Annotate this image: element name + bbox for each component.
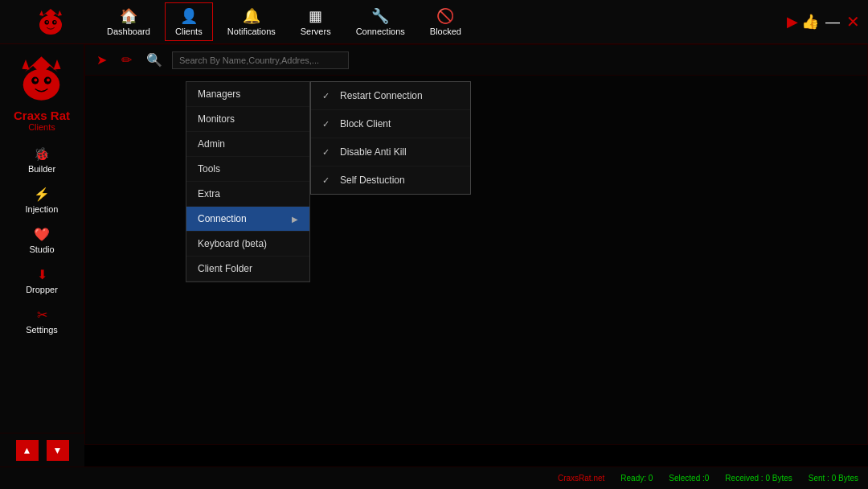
clients-icon: 👤 xyxy=(180,7,198,25)
sidebar: Craxs Rat Clients 🐞 Builder ⚡ Injection … xyxy=(0,44,84,489)
svg-point-12 xyxy=(35,79,38,82)
nav-blocked[interactable]: 🚫 Blocked xyxy=(420,2,472,41)
app-subtitle: Clients xyxy=(28,122,55,132)
menu-item-monitors[interactable]: Monitors xyxy=(186,107,309,132)
submenu-restart-connection[interactable]: ✓ Restart Connection xyxy=(311,82,470,110)
like-icon[interactable]: 👍 xyxy=(801,13,819,31)
ready-status: Ready: 0 xyxy=(620,474,653,483)
window-controls: ▶ 👍 — ✕ xyxy=(787,12,860,31)
nav-connections[interactable]: 🔧 Connections xyxy=(346,2,416,41)
sent-status: Sent : 0 Bytes xyxy=(809,474,858,483)
youtube-icon[interactable]: ▶ xyxy=(787,13,798,31)
sidebar-item-dropper[interactable]: ⬇ Dropper xyxy=(0,261,84,301)
sidebar-devil-icon xyxy=(15,52,68,105)
navbar: 🏠 Dashboard 👤 Clients 🔔 Notifications ▦ … xyxy=(0,0,868,44)
content-toolbar: ➤ ✏ 🔍 xyxy=(85,45,867,76)
nav-servers[interactable]: ▦ Servers xyxy=(290,2,342,41)
edit-button[interactable]: ✏ xyxy=(117,49,137,71)
dashboard-icon: 🏠 xyxy=(120,7,137,25)
svg-marker-7 xyxy=(57,10,61,16)
svg-marker-6 xyxy=(39,10,43,16)
send-button[interactable]: ➤ xyxy=(92,49,112,71)
settings-icon: ✂ xyxy=(37,307,47,323)
sidebar-item-builder[interactable]: 🐞 Builder xyxy=(0,140,84,180)
builder-icon: 🐞 xyxy=(34,146,50,162)
menu-item-extra[interactable]: Extra xyxy=(186,182,309,207)
context-menu: Managers Monitors Admin Tools Extra Conn… xyxy=(186,81,310,282)
main-content: ➤ ✏ 🔍 Managers Monitors Admin Tools Extr… xyxy=(84,44,868,445)
sub-context-menu: ✓ Restart Connection ✓ Block Client ✓ Di… xyxy=(310,81,471,195)
dropper-icon: ⬇ xyxy=(37,267,47,282)
status-bar: CraxsRat.net Ready: 0 Selected :0 Receiv… xyxy=(0,466,868,489)
sidebar-item-injection[interactable]: ⚡ Injection xyxy=(0,180,84,220)
servers-icon: ▦ xyxy=(309,7,322,25)
received-status: Received : 0 Bytes xyxy=(725,474,792,483)
check-icon-selfdestruct: ✓ xyxy=(322,175,334,186)
sidebar-item-settings[interactable]: ✂ Settings xyxy=(0,301,84,341)
svg-marker-9 xyxy=(25,56,59,74)
blocked-icon: 🚫 xyxy=(436,7,454,25)
selected-status: Selected :0 xyxy=(669,474,709,483)
check-icon-antikill: ✓ xyxy=(322,147,334,158)
search-button[interactable]: 🔍 xyxy=(141,49,167,71)
svg-point-4 xyxy=(46,21,47,23)
notifications-icon: 🔔 xyxy=(243,7,260,25)
svg-point-5 xyxy=(54,21,55,23)
scroll-down-button[interactable]: ▼ xyxy=(47,440,69,461)
brand-label: CraxsRat.net xyxy=(558,474,604,483)
connections-icon: 🔧 xyxy=(371,7,389,25)
app-title: Craxs Rat xyxy=(14,109,70,122)
close-icon[interactable]: ✕ xyxy=(846,12,860,31)
sidebar-logo: Craxs Rat Clients xyxy=(14,52,70,132)
menu-item-connection[interactable]: Connection ▶ xyxy=(186,207,309,232)
menu-item-tools[interactable]: Tools xyxy=(186,157,309,182)
nav-dashboard[interactable]: 🏠 Dashboard xyxy=(96,2,161,41)
check-icon-restart: ✓ xyxy=(322,91,334,101)
injection-icon: ⚡ xyxy=(34,187,50,202)
svg-point-13 xyxy=(47,79,50,82)
menu-item-managers[interactable]: Managers xyxy=(186,82,309,107)
scroll-up-button[interactable]: ▲ xyxy=(16,440,39,461)
check-icon-block: ✓ xyxy=(322,119,334,129)
sidebar-item-studio[interactable]: ❤️ Studio xyxy=(0,220,84,261)
search-input[interactable] xyxy=(172,51,349,69)
submenu-self-destruction[interactable]: ✓ Self Destuction xyxy=(311,166,470,194)
nav-clients[interactable]: 👤 Clients xyxy=(165,2,213,41)
studio-icon: ❤️ xyxy=(34,227,50,242)
svg-marker-15 xyxy=(54,60,61,69)
nav-notifications[interactable]: 🔔 Notifications xyxy=(217,2,286,41)
svg-marker-14 xyxy=(23,60,30,69)
chevron-right-icon: ▶ xyxy=(292,215,298,224)
menu-item-client-folder[interactable]: Client Folder xyxy=(186,257,309,281)
svg-marker-1 xyxy=(41,9,60,18)
submenu-disable-anti-kill[interactable]: ✓ Disable Anti Kill xyxy=(311,138,470,166)
menu-item-admin[interactable]: Admin xyxy=(186,132,309,157)
menu-item-keyboard[interactable]: Keyboard (beta) xyxy=(186,232,309,257)
submenu-block-client[interactable]: ✓ Block Client xyxy=(311,110,470,138)
app-logo-icon xyxy=(35,6,67,38)
bottom-arrows-area: ▲ ▼ xyxy=(0,433,84,466)
minimize-icon[interactable]: — xyxy=(822,14,843,31)
